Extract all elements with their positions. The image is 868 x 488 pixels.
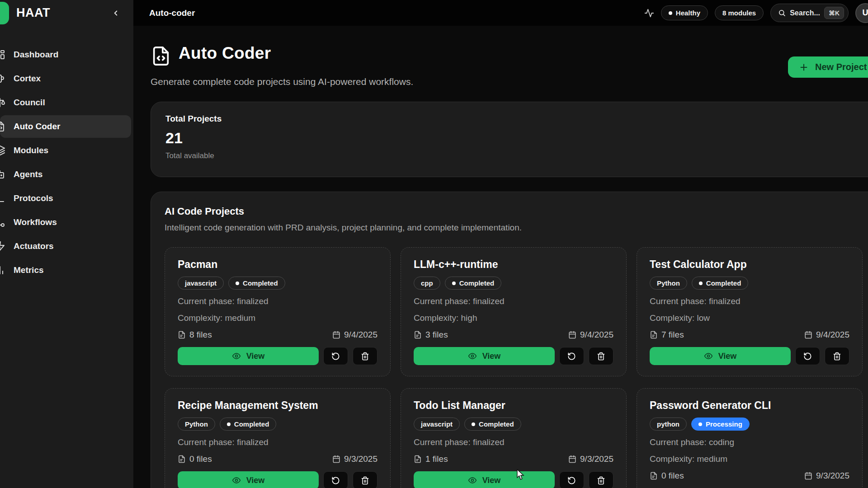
- user-avatar[interactable]: U: [855, 3, 868, 23]
- delete-button[interactable]: [825, 347, 849, 365]
- status-dot-icon: [452, 282, 456, 285]
- date-label: 9/3/2025: [816, 471, 849, 481]
- status-dot-icon: [699, 282, 703, 285]
- project-phase: Current phase: coding: [650, 437, 849, 447]
- language-badge: javascript: [178, 277, 224, 290]
- project-date: 9/4/2025: [332, 330, 377, 340]
- eye-icon: [232, 476, 241, 485]
- status-label: Completed: [459, 279, 495, 287]
- trash-icon: [361, 476, 369, 485]
- sidebar-item-workflows[interactable]: Workflows: [0, 211, 133, 234]
- project-complexity: Complexity: medium: [650, 454, 849, 464]
- language-badge: Python: [650, 277, 687, 290]
- file-icon: [178, 331, 186, 339]
- search-input[interactable]: Search... ⌘K: [770, 4, 849, 22]
- project-phase: Current phase: finalized: [414, 437, 613, 447]
- calendar-icon: [568, 455, 576, 463]
- project-complexity: Complexity: low: [650, 313, 849, 323]
- project-date: 9/4/2025: [568, 330, 613, 340]
- regenerate-button[interactable]: [795, 347, 820, 365]
- actions-row: View: [414, 347, 613, 365]
- sidebar-item-modules[interactable]: Modules: [0, 139, 133, 162]
- sidebar-item-metrics[interactable]: Metrics: [0, 259, 133, 282]
- files-label: 3 files: [425, 330, 448, 340]
- file-icon: [414, 331, 422, 339]
- sidebar-item-label: Protocols: [14, 193, 53, 203]
- calendar-icon: [804, 472, 812, 480]
- sidebar-item-label: Council: [14, 98, 45, 108]
- view-button[interactable]: View: [178, 347, 319, 365]
- sidebar-item-cortex[interactable]: Cortex: [0, 67, 133, 90]
- eye-icon: [232, 352, 241, 361]
- files-row: 7 files 9/4/2025: [650, 330, 849, 340]
- app-root: { "brand": { "name": "HAAT" }, "topbar":…: [0, 0, 868, 488]
- rotate-ccw-icon: [331, 476, 340, 485]
- calendar-icon: [332, 455, 340, 463]
- view-button[interactable]: View: [414, 347, 555, 365]
- topbar-main: Auto-coder Healthy 8 modules Search... ⌘…: [133, 0, 868, 26]
- rotate-ccw-icon: [567, 476, 576, 485]
- view-button[interactable]: View: [178, 471, 319, 488]
- bot-icon: [0, 169, 5, 180]
- page-subtitle: Generate complete code projects using AI…: [151, 76, 413, 87]
- sidebar-item-label: Cortex: [14, 74, 41, 84]
- sidebar: Dashboard Cortex Council Auto Coder Modu…: [0, 26, 133, 488]
- sidebar-item-council[interactable]: Council: [0, 91, 133, 114]
- sidebar-item-actuators[interactable]: Actuators: [0, 235, 133, 258]
- rotate-ccw-icon: [803, 352, 812, 361]
- regenerate-button[interactable]: [323, 471, 348, 488]
- language-badge: cpp: [414, 277, 440, 290]
- badge-row: javascript Completed: [414, 418, 613, 431]
- regenerate-button[interactable]: [323, 347, 348, 365]
- sidebar-item-protocols[interactable]: Protocols: [0, 187, 133, 210]
- new-project-label: New Project: [815, 62, 867, 72]
- plus-icon: [799, 62, 809, 72]
- project-phase: Current phase: finalized: [414, 296, 613, 306]
- search-placeholder-text: Search...: [790, 9, 820, 17]
- project-card: Pacman javascript Completed Current phas…: [165, 247, 391, 376]
- delete-button[interactable]: [353, 347, 377, 365]
- sidebar-item-label: Metrics: [14, 265, 44, 275]
- sidebar-item-agents[interactable]: Agents: [0, 163, 133, 186]
- sidebar-item-label: Workflows: [14, 217, 57, 227]
- stats-title: Total Projects: [165, 114, 868, 124]
- workflow-icon: [0, 217, 5, 228]
- view-label: View: [246, 352, 265, 361]
- council-icon: [0, 97, 5, 108]
- badge-row: python Processing: [650, 418, 849, 431]
- sidebar-item-label: Auto Coder: [14, 122, 60, 131]
- delete-button[interactable]: [589, 471, 613, 488]
- modules-count-label: 8 modules: [722, 9, 756, 17]
- project-title: Recipe Management System: [178, 399, 377, 412]
- view-button[interactable]: View: [414, 471, 555, 488]
- sidebar-item-dashboard[interactable]: Dashboard: [0, 43, 133, 66]
- rotate-ccw-icon: [331, 352, 340, 361]
- files-row: 8 files 9/4/2025: [178, 330, 377, 340]
- view-button[interactable]: View: [650, 347, 791, 365]
- date-label: 9/3/2025: [344, 454, 377, 464]
- health-status-badge: Healthy: [661, 5, 708, 20]
- search-icon: [778, 9, 786, 17]
- sidebar-collapse-button[interactable]: [112, 9, 120, 17]
- delete-button[interactable]: [353, 471, 377, 488]
- actions-row: View: [178, 347, 377, 365]
- status-badge: Processing: [691, 418, 750, 431]
- view-label: View: [482, 476, 501, 485]
- delete-button[interactable]: [589, 347, 613, 365]
- modules-count-badge: 8 modules: [715, 5, 764, 20]
- actions-row: View: [414, 471, 613, 488]
- badge-row: Python Completed: [650, 277, 849, 290]
- file-icon: [650, 331, 658, 339]
- files-row: 0 files 9/3/2025: [650, 471, 849, 481]
- topbar-cluster: Healthy 8 modules Search... ⌘K U: [644, 3, 868, 23]
- regenerate-button[interactable]: [559, 347, 584, 365]
- sidebar-item-auto-coder[interactable]: Auto Coder: [0, 115, 131, 138]
- files-label: 7 files: [661, 330, 684, 340]
- new-project-button[interactable]: New Project: [788, 56, 868, 78]
- status-label: Processing: [706, 420, 742, 428]
- status-badge: Completed: [228, 277, 285, 290]
- stats-caption: Total available: [165, 151, 868, 160]
- regenerate-button[interactable]: [559, 471, 584, 488]
- calendar-icon: [804, 331, 812, 339]
- badge-row: Python Completed: [178, 418, 377, 431]
